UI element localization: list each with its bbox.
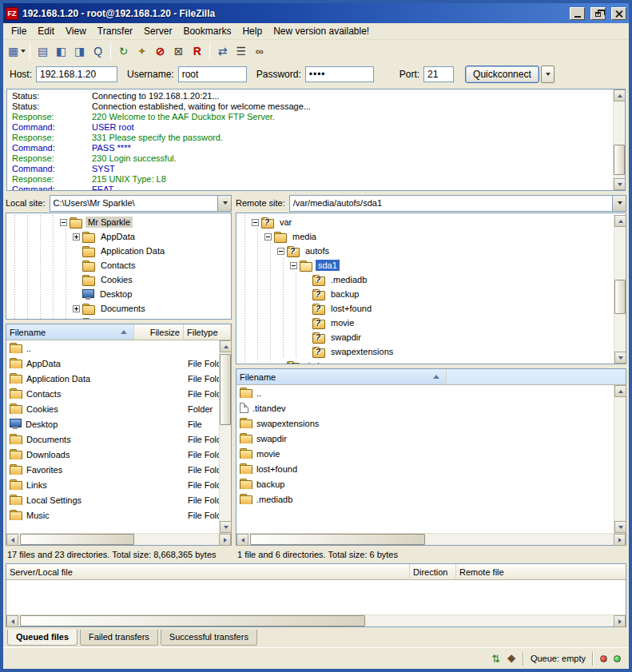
- scroll-thumb[interactable]: [220, 354, 231, 425]
- file-row[interactable]: backup: [237, 476, 614, 491]
- filelist-filter-button[interactable]: ☰: [232, 42, 250, 61]
- toggle-queue-button[interactable]: Q: [89, 42, 107, 61]
- refresh-button[interactable]: ↻: [114, 42, 133, 61]
- file-row[interactable]: DesktopFile: [6, 416, 219, 431]
- tree-item-autofs[interactable]: autofs: [237, 244, 614, 258]
- tree-item-backup[interactable]: backup: [237, 287, 614, 301]
- toggle-message-log-button[interactable]: ▤: [34, 42, 52, 61]
- tree-item-swapdir[interactable]: swapdir: [237, 330, 614, 344]
- tab-successful-transfers[interactable]: Successful transfers: [161, 630, 257, 646]
- username-input[interactable]: [178, 66, 247, 82]
- local-site-combobox[interactable]: C:\Users\Mr Sparkle\: [50, 195, 232, 212]
- combo-dropdown-button[interactable]: [217, 196, 231, 211]
- file-row[interactable]: DocumentsFile Folder: [6, 431, 219, 447]
- process-queue-button[interactable]: ✦: [133, 42, 151, 61]
- tree-item-mr-sparkle[interactable]: Mr Sparkle: [6, 215, 231, 229]
- file-row[interactable]: Application DataFile Folder: [6, 371, 219, 386]
- tree-item-application-data[interactable]: Application Data: [6, 244, 231, 258]
- column-header-filename[interactable]: Filename: [6, 324, 134, 340]
- expander-minus-icon[interactable]: [252, 219, 259, 226]
- reconnect-button[interactable]: R: [188, 42, 206, 61]
- scroll-left-button[interactable]: [6, 615, 18, 627]
- expander-minus-icon[interactable]: [277, 248, 284, 255]
- menu-edit[interactable]: Edit: [32, 24, 60, 38]
- scroll-up-button[interactable]: [220, 340, 232, 352]
- host-input[interactable]: [36, 66, 117, 82]
- file-row[interactable]: DownloadsFile Folder: [6, 447, 219, 462]
- file-row[interactable]: ..: [237, 385, 614, 400]
- encryption-status-icon[interactable]: ❖: [507, 653, 516, 665]
- scroll-left-button[interactable]: [237, 534, 248, 546]
- file-row[interactable]: FavoritesFile Folder: [6, 462, 219, 477]
- tree-item-movie[interactable]: movie: [237, 316, 614, 330]
- scroll-right-button[interactable]: [219, 534, 231, 546]
- tree-item-desktop[interactable]: Desktop: [6, 287, 231, 301]
- scroll-right-button[interactable]: [614, 534, 626, 546]
- scroll-thumb[interactable]: [20, 615, 365, 626]
- local-list-scrollbar[interactable]: [219, 340, 231, 533]
- close-button[interactable]: [611, 7, 626, 20]
- scroll-down-button[interactable]: [614, 178, 626, 190]
- remote-list-hscrollbar[interactable]: [237, 533, 626, 545]
- file-row[interactable]: Local SettingsFile Folder: [6, 492, 219, 507]
- expander-minus-icon[interactable]: [290, 262, 297, 269]
- minimize-button[interactable]: [570, 7, 585, 20]
- site-manager-button[interactable]: ▦: [7, 42, 26, 61]
- scroll-thumb[interactable]: [20, 534, 134, 545]
- tree-item-cookies[interactable]: Cookies: [6, 272, 231, 287]
- tree-item-dvd[interactable]: dvd: [237, 359, 614, 364]
- cancel-button[interactable]: ⊘: [151, 42, 169, 61]
- file-row[interactable]: CookiesFolder: [6, 401, 219, 416]
- menu-view[interactable]: View: [60, 24, 92, 38]
- expander-plus-icon[interactable]: [73, 233, 80, 241]
- toggle-local-tree-button[interactable]: ◧: [52, 42, 70, 61]
- quickconnect-button[interactable]: Quickconnect: [465, 66, 539, 83]
- quickconnect-dropdown-button[interactable]: [541, 66, 554, 83]
- port-input[interactable]: [423, 66, 454, 82]
- remote-tree-scrollbar[interactable]: [614, 215, 626, 364]
- tree-item-mediadb[interactable]: .mediadb: [237, 272, 614, 287]
- speed-limits-icon[interactable]: ⇅: [491, 653, 500, 665]
- scroll-up-button[interactable]: [614, 89, 626, 101]
- file-row[interactable]: .titandev: [237, 400, 614, 416]
- tree-item-appdata[interactable]: AppData: [6, 229, 231, 244]
- scroll-down-button[interactable]: [220, 521, 232, 533]
- scroll-down-button[interactable]: [614, 352, 626, 364]
- column-header-remote-file[interactable]: Remote file: [456, 564, 626, 580]
- menu-transfer[interactable]: Transfer: [92, 24, 138, 38]
- disconnect-button[interactable]: ⊠: [169, 42, 188, 61]
- tree-item-var[interactable]: var: [237, 215, 614, 229]
- menu-bookmarks[interactable]: Bookmarks: [177, 24, 237, 38]
- log-scrollbar[interactable]: [613, 89, 625, 190]
- column-header-filetype[interactable]: Filetype: [184, 324, 231, 340]
- scroll-right-button[interactable]: [614, 615, 626, 627]
- column-header-direction[interactable]: Direction: [410, 564, 456, 580]
- scroll-up-button[interactable]: [614, 385, 626, 397]
- tab-failed-transfers[interactable]: Failed transfers: [80, 630, 158, 646]
- file-row[interactable]: lost+found: [237, 461, 614, 476]
- file-row[interactable]: .mediadb: [237, 491, 614, 507]
- expander-minus-icon[interactable]: [60, 219, 67, 226]
- tree-item-sda1[interactable]: sda1: [237, 258, 614, 272]
- file-row[interactable]: ..: [6, 340, 219, 356]
- file-row[interactable]: AppDataFile Folder: [6, 356, 219, 371]
- menu-help[interactable]: Help: [237, 24, 268, 38]
- file-row[interactable]: LinksFile Folder: [6, 477, 219, 492]
- file-row[interactable]: MusicFile Folder: [6, 507, 219, 523]
- file-row[interactable]: ContactsFile Folder: [6, 386, 219, 401]
- file-row[interactable]: swapextensions: [237, 416, 614, 431]
- tree-item-media[interactable]: media: [237, 229, 614, 244]
- tree-item-swapextensions[interactable]: swapextensions: [237, 344, 614, 359]
- restore-button[interactable]: [590, 7, 606, 20]
- scroll-down-button[interactable]: [614, 521, 626, 533]
- file-row[interactable]: movie: [237, 446, 614, 461]
- column-header-filesize[interactable]: Filesize: [134, 324, 184, 340]
- scroll-thumb[interactable]: [614, 280, 626, 315]
- scroll-left-button[interactable]: [6, 534, 18, 546]
- scroll-thumb[interactable]: [250, 534, 425, 545]
- column-header-server-local-file[interactable]: Server/Local file: [6, 564, 410, 580]
- directory-comparison-button[interactable]: ⇄: [213, 42, 232, 61]
- remote-site-combobox[interactable]: /var/media/autofs/sda1: [289, 195, 626, 212]
- menu-new-version[interactable]: New version available!: [268, 24, 375, 38]
- local-list-hscrollbar[interactable]: [6, 533, 231, 545]
